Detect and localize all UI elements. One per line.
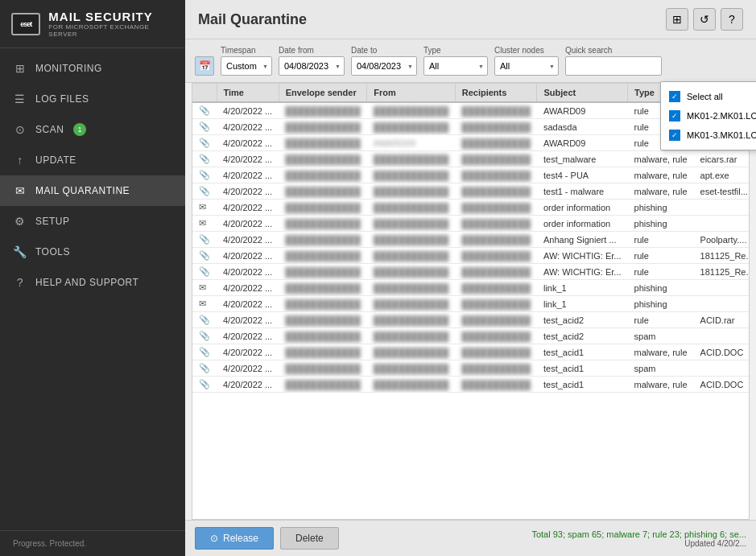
cluster-item-mk01-2[interactable]: ✓ MK01-2.MK01.LOCAL: [661, 106, 756, 126]
sidebar-item-mail-quarantine[interactable]: ✉ Mail Quarantine: [0, 175, 185, 206]
row-time: 4/20/2022 ...: [217, 232, 279, 248]
timespan-calendar-icon[interactable]: 📅: [195, 56, 214, 76]
row-subject: test_acid2: [537, 312, 628, 328]
row-recipients: ███████████: [455, 216, 537, 232]
table-row[interactable]: ✉ 4/20/2022 ... ████████████ ███████████…: [192, 280, 750, 296]
sidebar-label-update: Update: [35, 154, 76, 166]
cluster-select-all[interactable]: ✓ Select all: [661, 87, 756, 106]
help-icon-btn[interactable]: ?: [721, 8, 743, 31]
help-and-support-icon: ?: [13, 275, 27, 290]
eset-logo: eset: [11, 13, 40, 35]
row-from: ████████████: [367, 200, 456, 216]
row-action: [694, 280, 750, 296]
table-row[interactable]: 📎 4/20/2022 ... ████████████ ███████████…: [192, 183, 750, 200]
row-type-icon: ✉: [192, 216, 217, 232]
row-recipients: ███████████: [455, 135, 537, 151]
cluster-dropdown: ✓ Select all ✓ MK01-2.MK01.LOCAL ✓ MK01-…: [660, 81, 756, 150]
row-type-icon: 📎: [192, 102, 217, 119]
log-files-icon: ☰: [13, 92, 27, 106]
row-subject: sadasda: [537, 119, 628, 135]
sidebar-item-help-and-support[interactable]: ? Help and Support: [0, 267, 185, 298]
bottom-bar: ⊙ Release Delete Total 93; spam 65; malw…: [185, 520, 756, 556]
row-subject: test_malware: [537, 151, 628, 167]
type-select[interactable]: All: [423, 56, 488, 76]
row-type: phishing: [628, 200, 694, 216]
date-to-select[interactable]: 04/08/2023: [351, 56, 417, 76]
table-row[interactable]: 📎 4/20/2022 ... ████████████ ███████████…: [192, 248, 750, 264]
row-type-icon: 📎: [192, 151, 217, 167]
status-updated: Updated 4/20/2...: [531, 539, 746, 548]
row-envelope-sender: ████████████: [279, 360, 367, 377]
row-type-icon: ✉: [192, 200, 217, 216]
table-row[interactable]: 📎 4/20/2022 ... ████████████ ███████████…: [192, 377, 750, 393]
release-button[interactable]: ⊙ Release: [195, 527, 274, 550]
row-action: eset-testfil...: [694, 183, 750, 200]
row-envelope-sender: ████████████: [279, 264, 367, 280]
row-envelope-sender: ████████████: [279, 102, 367, 119]
sidebar-label-log-files: Log Files: [35, 93, 89, 105]
row-type: rule: [628, 232, 694, 248]
sidebar-navigation: ⊞ Monitoring ☰ Log Files ⊙ Scan 1 ↑ Upda…: [0, 48, 185, 530]
date-from-label: Date from: [279, 46, 345, 55]
quick-search-input[interactable]: [565, 56, 662, 76]
table-row[interactable]: ✉ 4/20/2022 ... ████████████ ███████████…: [192, 216, 750, 232]
row-recipients: ███████████: [455, 360, 537, 377]
check-mk01-3: ✓: [669, 130, 680, 141]
row-type-icon: 📎: [192, 135, 217, 151]
sidebar-item-tools[interactable]: 🔧 Tools: [0, 237, 185, 267]
table-row[interactable]: 📎 4/20/2022 ... ████████████ ███████████…: [192, 360, 750, 377]
badge-scan: 1: [73, 123, 86, 136]
sidebar-item-setup[interactable]: ⚙ Setup: [0, 206, 185, 237]
row-recipients: ███████████: [455, 183, 537, 200]
row-from: ████████████: [367, 151, 456, 167]
refresh-icon-btn[interactable]: ↺: [693, 8, 716, 31]
table-row[interactable]: 📎 4/20/2022 ... ████████████ ███████████…: [192, 232, 750, 248]
check-mk01-2: ✓: [669, 110, 680, 121]
table-row[interactable]: ✉ 4/20/2022 ... ████████████ ███████████…: [192, 200, 750, 216]
date-from-select[interactable]: 04/08/2023: [279, 56, 345, 76]
cluster-wrapper: All: [494, 56, 559, 76]
timespan-select[interactable]: Custom: [221, 56, 272, 76]
row-from: ████████████: [367, 328, 456, 344]
table-row[interactable]: 📎 4/20/2022 ... ████████████ ███████████…: [192, 328, 750, 344]
type-label: Type: [423, 46, 488, 55]
row-subject: AWARD09: [537, 135, 628, 151]
row-action: apt.exe: [694, 167, 750, 183]
row-type-icon: 📎: [192, 328, 217, 344]
row-type-icon: 📎: [192, 377, 217, 393]
row-action: [694, 200, 750, 216]
cluster-item-mk01-3[interactable]: ✓ MK01-3.MK01.LOCAL: [661, 126, 756, 145]
grid-icon-btn[interactable]: ⊞: [666, 8, 688, 31]
row-action: 181125_Re...: [694, 264, 750, 280]
row-type: malware, rule: [628, 167, 694, 183]
row-from: ████████████: [367, 280, 456, 296]
cluster-select[interactable]: All: [494, 56, 559, 76]
row-envelope-sender: ████████████: [279, 312, 367, 328]
sidebar-item-scan[interactable]: ⊙ Scan 1: [0, 114, 185, 145]
table-row[interactable]: 📎 4/20/2022 ... ████████████ ███████████…: [192, 151, 750, 167]
date-to-wrapper: 04/08/2023: [351, 56, 417, 76]
sidebar-item-update[interactable]: ↑ Update: [0, 145, 185, 175]
col-icon: [192, 84, 217, 102]
row-envelope-sender: ████████████: [279, 167, 367, 183]
row-recipients: ███████████: [455, 264, 537, 280]
row-recipients: ███████████: [455, 167, 537, 183]
row-action: [694, 328, 750, 344]
sidebar-item-monitoring[interactable]: ⊞ Monitoring: [0, 53, 185, 84]
col-time: Time: [217, 84, 279, 102]
table-row[interactable]: 📎 4/20/2022 ... ████████████ ███████████…: [192, 167, 750, 183]
row-envelope-sender: ████████████: [279, 151, 367, 167]
product-sub: FOR MICROSOFT EXCHANGE SERVER: [48, 23, 174, 38]
table-row[interactable]: 📎 4/20/2022 ... ████████████ ███████████…: [192, 264, 750, 280]
table-row[interactable]: ✉ 4/20/2022 ... ████████████ ███████████…: [192, 296, 750, 312]
table-row[interactable]: 📎 4/20/2022 ... ████████████ ███████████…: [192, 312, 750, 328]
table-row[interactable]: 📎 4/20/2022 ... ████████████ ███████████…: [192, 344, 750, 360]
quick-search-section: Quick search: [565, 46, 662, 76]
row-subject: AWARD09: [537, 102, 628, 119]
delete-button[interactable]: Delete: [280, 527, 339, 550]
row-action: ACID.DOC: [694, 377, 750, 393]
sidebar-item-log-files[interactable]: ☰ Log Files: [0, 84, 185, 114]
mail-quarantine-icon: ✉: [13, 183, 27, 198]
row-time: 4/20/2022 ...: [217, 377, 279, 393]
row-envelope-sender: ████████████: [279, 296, 367, 312]
